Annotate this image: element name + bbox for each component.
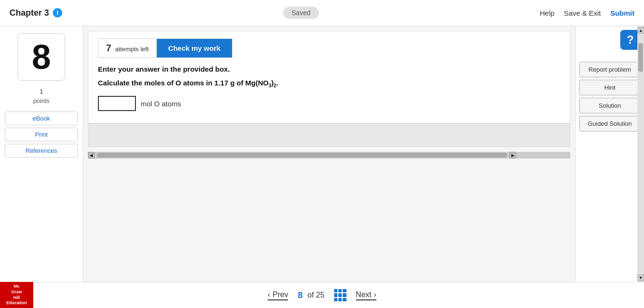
grid-cell-7 [334,298,337,301]
save-exit-link[interactable]: Save & Exit [564,9,601,17]
ebook-button[interactable]: eBook [5,112,78,125]
attempts-num: 7 [106,43,111,53]
next-button[interactable]: Next › [356,290,376,300]
grid-cell-8 [338,298,342,301]
sidebar: 8 1 points eBook Print References [0,26,83,282]
main-area: 8 1 points eBook Print References 7 atte… [0,26,644,282]
h-scroll-thumb[interactable] [97,153,507,158]
question-text-main: Calculate the moles of O atoms in 1.17 g… [98,79,269,87]
points-value: 1 [39,88,43,95]
v-scroll-up-arrow[interactable]: ▲ [637,27,644,34]
help-link[interactable]: Help [540,9,555,17]
gray-section [88,123,570,147]
check-my-work-button[interactable]: Check my work [157,39,232,57]
question-panel: 7 attempts left Check my work Enter your… [88,31,570,123]
scrollable-content: 7 attempts left Check my work Enter your… [83,26,575,282]
attempts-label: attempts left [115,46,149,53]
page-info: 8 of 25 [298,290,324,300]
info-icon[interactable]: i [53,8,62,18]
header-left: Chapter 3 i [10,8,62,18]
of-label: of 25 [308,291,325,299]
bottom-nav: Mc Graw Hill Education ‹ Prev 8 of 25 Ne… [0,282,644,308]
v-scrollbar[interactable]: ▲ ▼ [637,26,644,282]
references-button[interactable]: References [5,144,78,158]
h-scroll-right-arrow[interactable]: ▶ [509,152,516,159]
points-label: points [33,97,50,104]
attempts-box: 7 attempts left [98,39,157,57]
sidebar-links: eBook Print References [5,112,78,158]
h-scroll-left-arrow[interactable]: ◀ [88,152,95,159]
prev-label: Prev [273,290,288,299]
next-label: Next [356,290,372,299]
v-scroll-down-arrow[interactable]: ▼ [637,274,644,281]
question-text: Calculate the moles of O atoms in 1.17 g… [98,79,560,88]
grid-cell-4 [334,293,337,297]
answer-unit-label: mol O atoms [141,100,181,108]
grid-cell-5 [338,293,342,297]
report-problem-button[interactable]: Report problem [579,62,640,77]
answer-input[interactable] [98,96,136,111]
grid-cell-3 [343,289,346,292]
question-number-box: 8 [18,33,65,81]
print-button[interactable]: Print [5,128,78,141]
attempts-row: 7 attempts left Check my work [98,38,560,58]
question-instruction: Enter your answer in the provided box. [98,65,560,73]
saved-badge: Saved [283,7,319,19]
solution-button[interactable]: Solution [579,98,640,113]
v-scroll-track [638,34,644,274]
horizontal-scrollbar[interactable]: ◀ ▶ [88,152,570,159]
v-scroll-thumb[interactable] [638,43,643,72]
mcgraw-hill-logo: Mc Graw Hill Education [0,282,33,308]
question-number: 8 [32,37,51,76]
submit-link[interactable]: Submit [610,9,634,17]
grid-cell-2 [338,289,342,292]
prev-button[interactable]: ‹ Prev [268,290,288,300]
right-panel: Report problem Hint Solution Guided Solu… [575,26,644,282]
grid-icon[interactable] [334,289,346,301]
grid-cell-6 [343,293,346,297]
header-center: Saved [283,9,319,17]
chapter-title: Chapter 3 [10,8,49,18]
answer-row: mol O atoms [98,96,560,111]
header: Chapter 3 i Saved Help Save & Exit Submi… [0,0,644,26]
question-text3: . [276,79,278,87]
prev-arrow-icon: ‹ [268,290,270,299]
guided-solution-button[interactable]: Guided Solution [579,116,640,131]
next-arrow-icon: › [374,290,376,299]
grid-cell-9 [343,298,346,301]
content-area: 7 attempts left Check my work Enter your… [83,26,575,282]
header-right: Help Save & Exit Submit [540,9,634,17]
grid-cell-1 [334,289,337,292]
logo-text: Mc Graw Hill Education [6,284,27,306]
hint-button[interactable]: Hint [579,80,640,95]
current-page: 8 [298,290,303,300]
